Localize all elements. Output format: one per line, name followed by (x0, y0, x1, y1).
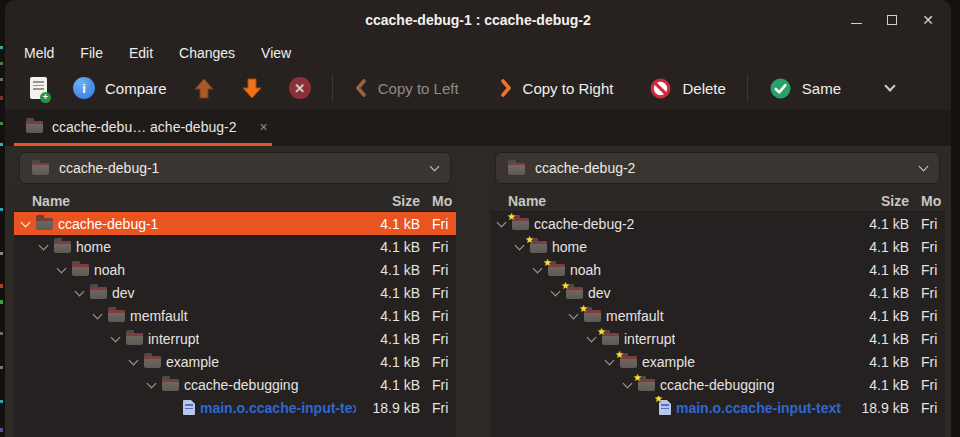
expander-chevron-icon[interactable] (533, 263, 543, 273)
row-size: 4.1 kB (845, 216, 909, 232)
folder-icon (108, 310, 125, 322)
left-folder-selector[interactable]: ccache-debug-1 (19, 152, 451, 184)
minimize-button[interactable] (843, 7, 869, 33)
previous-change-button[interactable] (180, 70, 228, 106)
tree-row[interactable]: ★ccache-debugging4.1 kBFri (490, 373, 945, 396)
row-modified: Fri (420, 354, 456, 370)
column-name[interactable]: Name (490, 193, 845, 209)
column-size[interactable]: Size (356, 193, 420, 209)
titlebar: ccache-debug-1 : ccache-debug-2 ✕ (5, 0, 951, 40)
right-folder-selector[interactable]: ccache-debug-2 (495, 152, 940, 184)
tree-row[interactable]: noah4.1 kBFri (14, 258, 456, 281)
chevron-left-icon (354, 78, 368, 98)
expander-chevron-icon[interactable] (21, 217, 31, 227)
row-size: 4.1 kB (356, 354, 420, 370)
minimize-icon (851, 23, 862, 24)
expander-chevron-icon[interactable] (497, 217, 507, 227)
tree-row[interactable]: ★home4.1 kBFri (490, 235, 945, 258)
menu-meld[interactable]: Meld (11, 43, 67, 63)
expander-chevron-icon[interactable] (569, 309, 579, 319)
right-column-header: Name Size Mo (490, 190, 945, 212)
row-modified: Fri (420, 377, 456, 393)
expander-chevron-icon[interactable] (147, 378, 157, 388)
stop-cross-icon: ✕ (289, 77, 311, 99)
expander-chevron-icon[interactable] (93, 309, 103, 319)
tree-row[interactable]: ★interrupt4.1 kBFri (490, 327, 945, 350)
menu-edit[interactable]: Edit (116, 43, 166, 63)
column-name[interactable]: Name (14, 193, 356, 209)
row-label: memfault (130, 308, 188, 324)
row-size: 4.1 kB (356, 331, 420, 347)
delete-button[interactable]: Delete (636, 70, 738, 106)
star-emblem-icon: ★ (579, 304, 588, 314)
tree-row[interactable]: memfault4.1 kBFri (14, 304, 456, 327)
row-modified: Fri (909, 239, 945, 255)
expander-chevron-icon[interactable] (129, 355, 139, 365)
comparison-tab[interactable]: ccache-debu… ache-debug-2 × (14, 110, 280, 143)
tree-row[interactable]: ★example4.1 kBFri (490, 350, 945, 373)
maximize-icon (887, 15, 897, 25)
expander-chevron-icon[interactable] (75, 286, 85, 296)
left-pane: ccache-debug-1 Name Size Mo ccache-debug… (14, 146, 456, 437)
meld-window: ccache-debug-1 : ccache-debug-2 ✕ Meld F… (5, 0, 951, 437)
row-size: 4.1 kB (356, 239, 420, 255)
tree-row[interactable]: ★dev4.1 kBFri (490, 281, 945, 304)
expander-chevron-icon[interactable] (623, 378, 633, 388)
tree-row[interactable]: dev4.1 kBFri (14, 281, 456, 304)
expander-chevron-icon[interactable] (39, 240, 49, 250)
same-filter-button[interactable]: Same (756, 70, 854, 106)
row-size: 4.1 kB (845, 331, 909, 347)
copy-to-right-button[interactable]: Copy to Right (486, 70, 627, 106)
row-modified: Fri (420, 216, 456, 232)
expander-chevron-icon[interactable] (551, 286, 561, 296)
maximize-button[interactable] (879, 7, 905, 33)
toolbar-overflow-button[interactable] (873, 70, 907, 106)
arrow-down-icon (241, 77, 263, 100)
copy-to-left-button[interactable]: Copy to Left (341, 70, 472, 106)
tree-row[interactable]: interrupt4.1 kBFri (14, 327, 456, 350)
new-comparison-button[interactable]: + (17, 70, 60, 106)
tree-row[interactable]: home4.1 kBFri (14, 235, 456, 258)
next-change-button[interactable] (228, 70, 276, 106)
expander-chevron-icon[interactable] (111, 332, 121, 342)
row-label: dev (112, 285, 135, 301)
row-modified: Fri (420, 331, 456, 347)
expander-chevron-icon[interactable] (515, 240, 525, 250)
column-modified[interactable]: Mo (420, 193, 456, 209)
tree-row[interactable]: ★main.o.ccache-input-text18.9 kBFri (490, 396, 945, 419)
row-label: ccache-debug-2 (534, 216, 634, 232)
row-label: noah (94, 262, 125, 278)
expander-chevron-icon[interactable] (587, 332, 597, 342)
column-size[interactable]: Size (845, 193, 909, 209)
toolbar-separator (332, 75, 333, 101)
tree-row[interactable]: main.o.ccache-input-text18.9 kBFri (14, 396, 456, 419)
row-size: 4.1 kB (356, 285, 420, 301)
check-circle-icon (769, 77, 792, 100)
tree-row[interactable]: ccache-debugging4.1 kBFri (14, 373, 456, 396)
expander-chevron-icon[interactable] (605, 355, 615, 365)
compare-label: Compare (105, 80, 167, 97)
compare-button[interactable]: i Compare (60, 70, 180, 106)
folder-icon: ★ (620, 356, 637, 368)
tree-row[interactable]: ★ccache-debug-24.1 kBFri (490, 212, 945, 235)
tree-row[interactable]: ccache-debug-14.1 kBFri (14, 212, 456, 235)
folder-icon: ★ (512, 218, 529, 230)
folder-icon: ★ (638, 379, 655, 391)
tree-row[interactable]: ★memfault4.1 kBFri (490, 304, 945, 327)
expander-chevron-icon[interactable] (57, 263, 67, 273)
menu-file[interactable]: File (67, 43, 116, 63)
row-label: home (76, 239, 111, 255)
stop-button[interactable]: ✕ (276, 70, 324, 106)
menu-changes[interactable]: Changes (166, 43, 248, 63)
menu-view[interactable]: View (248, 43, 304, 63)
row-modified: Fri (909, 354, 945, 370)
pane-divider[interactable] (456, 146, 490, 437)
folder-icon (54, 241, 71, 253)
column-modified[interactable]: Mo (909, 193, 945, 209)
arrow-up-icon (193, 77, 215, 100)
chevron-down-icon (884, 80, 895, 91)
tree-row[interactable]: ★noah4.1 kBFri (490, 258, 945, 281)
close-button[interactable]: ✕ (915, 7, 941, 33)
tab-close-button[interactable]: × (259, 119, 267, 135)
tree-row[interactable]: example4.1 kBFri (14, 350, 456, 373)
